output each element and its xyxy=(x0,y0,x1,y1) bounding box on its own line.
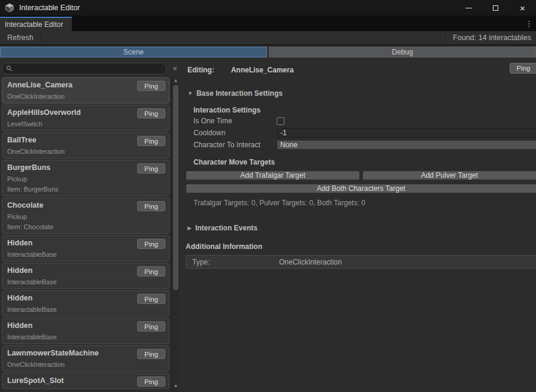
toolbar: Refresh Found: 14 interactables xyxy=(0,31,536,45)
additional-information-header: Additional Information xyxy=(186,242,536,251)
ping-button[interactable]: Ping xyxy=(137,136,165,146)
tab-interactable-editor[interactable]: Interactable Editor xyxy=(0,17,72,31)
list-item[interactable]: HiddenPingInteractableBase xyxy=(2,263,169,289)
list-item[interactable]: HiddenPingInteractableBase xyxy=(2,290,169,317)
editing-label: Editing: xyxy=(187,66,214,74)
window-title: Interactable Editor xyxy=(19,4,80,12)
type-info-row: Type: OneClickInteraction xyxy=(186,255,536,269)
list-scrollbar[interactable]: ▲ ▼ xyxy=(171,76,179,392)
refresh-button[interactable]: Refresh xyxy=(0,31,41,44)
base-settings-foldout-label: Base Interaction Settings xyxy=(196,89,283,98)
item-detail: OneClickInteraction xyxy=(7,148,164,155)
tab-menu-kebab-icon[interactable]: ⋮ xyxy=(525,19,533,28)
ping-button[interactable]: Ping xyxy=(137,81,165,91)
editing-header: Editing: AnneLise_Camera Ping xyxy=(187,64,536,76)
interaction-settings-header: Interaction Settings xyxy=(193,106,536,115)
maximize-button[interactable] xyxy=(482,0,509,16)
window-title-bar: Interactable Editor × xyxy=(0,0,536,16)
list-item[interactable]: HiddenPingInteractableBase xyxy=(2,235,169,262)
list-item[interactable]: AnneLise_CameraPingOneClickInteraction xyxy=(2,77,169,104)
is-one-time-checkbox[interactable] xyxy=(277,117,284,125)
ping-button[interactable]: Ping xyxy=(137,376,165,387)
item-detail: Item: Chocolate xyxy=(7,223,164,230)
cooldown-row: Cooldown -1 xyxy=(193,127,536,139)
item-detail: InteractableBase xyxy=(7,251,164,258)
interactable-list: AnneLise_CameraPingOneClickInteractionAp… xyxy=(2,77,169,389)
list-item[interactable]: AppleHillsOverworldPingLevelSwitch xyxy=(2,105,169,131)
character-to-interact-row: Character To Interact None ▼ xyxy=(193,139,536,151)
ping-button[interactable]: Ping xyxy=(137,108,165,118)
scroll-down-icon[interactable]: ▼ xyxy=(172,382,180,390)
character-to-interact-dropdown[interactable]: None ▼ xyxy=(277,140,536,150)
inspector-panel: Editing: AnneLise_Camera Ping ▼ Base Int… xyxy=(180,57,536,392)
foldout-open-triangle-icon: ▼ xyxy=(187,90,193,96)
list-item[interactable]: BallTreePingOneClickInteraction xyxy=(2,132,169,159)
unity-cube-icon xyxy=(5,3,14,13)
editing-target-name: AnneLise_Camera xyxy=(231,66,294,74)
ping-button[interactable]: Ping xyxy=(137,201,165,211)
scroll-up-icon[interactable]: ▲ xyxy=(172,77,180,84)
add-both-characters-target-button[interactable]: Add Both Characters Target xyxy=(186,184,536,193)
item-detail: OneClickInteraction xyxy=(7,93,164,100)
list-item[interactable]: ChocolatePingPickupItem: Chocolate xyxy=(2,197,169,234)
ping-button[interactable]: Ping xyxy=(137,321,165,332)
character-to-interact-label: Character To Interact xyxy=(193,141,277,149)
mode-tabs: Scene Debug xyxy=(0,47,536,57)
search-field[interactable] xyxy=(2,63,166,74)
dropdown-selected-value: None xyxy=(280,141,298,149)
cooldown-label: Cooldown xyxy=(193,129,277,137)
maximize-icon xyxy=(493,5,498,11)
foldout-closed-triangle-icon: ▶ xyxy=(187,225,192,231)
interaction-events-foldout[interactable]: ▶ Interaction Events xyxy=(187,223,536,232)
minimize-button[interactable] xyxy=(455,0,482,16)
type-value: OneClickInteraction xyxy=(279,258,342,266)
interaction-events-foldout-label: Interaction Events xyxy=(195,224,258,232)
close-icon: × xyxy=(520,4,525,13)
search-row: × xyxy=(2,62,180,74)
minimize-icon xyxy=(465,8,472,8)
scrollbar-thumb[interactable] xyxy=(173,85,178,290)
item-detail: Pickup xyxy=(7,213,164,220)
search-input[interactable] xyxy=(15,64,162,72)
search-icon xyxy=(6,65,13,72)
list-item[interactable]: HiddenPingInteractableBase xyxy=(2,318,169,344)
tab-scene[interactable]: Scene xyxy=(0,47,267,57)
add-trafalgar-target-button[interactable]: Add Trafalgar Target xyxy=(186,171,360,180)
ping-button[interactable]: Ping xyxy=(137,349,165,359)
ping-button[interactable]: Ping xyxy=(137,239,165,249)
item-detail: InteractableBase xyxy=(7,306,164,313)
item-detail: Item: BurgerBuns xyxy=(7,186,164,193)
item-detail: OneClickInteraction xyxy=(7,361,164,368)
cooldown-input[interactable]: -1 xyxy=(277,128,536,138)
list-item[interactable]: LawnmowerStateMachinePingOneClickInterac… xyxy=(2,345,169,372)
ping-button[interactable]: Ping xyxy=(137,294,165,304)
is-one-time-row: Is One Time xyxy=(193,115,536,127)
close-button[interactable]: × xyxy=(509,0,536,16)
is-one-time-label: Is One Time xyxy=(193,117,277,125)
scene-list-panel: × AnneLise_CameraPingOneClickInteraction… xyxy=(0,57,180,392)
found-count-label: Found: 14 interactables xyxy=(445,31,536,44)
ping-button[interactable]: Ping xyxy=(137,163,165,174)
ping-button[interactable]: Ping xyxy=(137,266,165,276)
ping-button[interactable]: Ping xyxy=(510,63,536,74)
list-item[interactable]: BurgerBunsPingPickupItem: BurgerBuns xyxy=(2,160,169,196)
item-detail: LevelSwitch xyxy=(7,120,164,127)
list-item[interactable]: LureSpotA_SlotPing xyxy=(2,373,169,389)
editor-tab-strip: Interactable Editor ⋮ xyxy=(0,16,536,31)
item-detail: InteractableBase xyxy=(7,333,164,341)
add-pulver-target-button[interactable]: Add Pulver Target xyxy=(362,171,536,180)
move-targets-header: Character Move Targets xyxy=(193,158,536,167)
base-settings-foldout[interactable]: ▼ Base Interaction Settings xyxy=(187,89,536,98)
item-detail: Pickup xyxy=(7,175,164,183)
tab-debug[interactable]: Debug xyxy=(269,47,536,57)
item-detail: InteractableBase xyxy=(7,278,164,285)
targets-summary: Trafalgar Targets: 0, Pulver Targets: 0,… xyxy=(193,199,536,207)
search-clear-button[interactable]: × xyxy=(170,64,180,73)
type-label: Type: xyxy=(192,258,210,266)
